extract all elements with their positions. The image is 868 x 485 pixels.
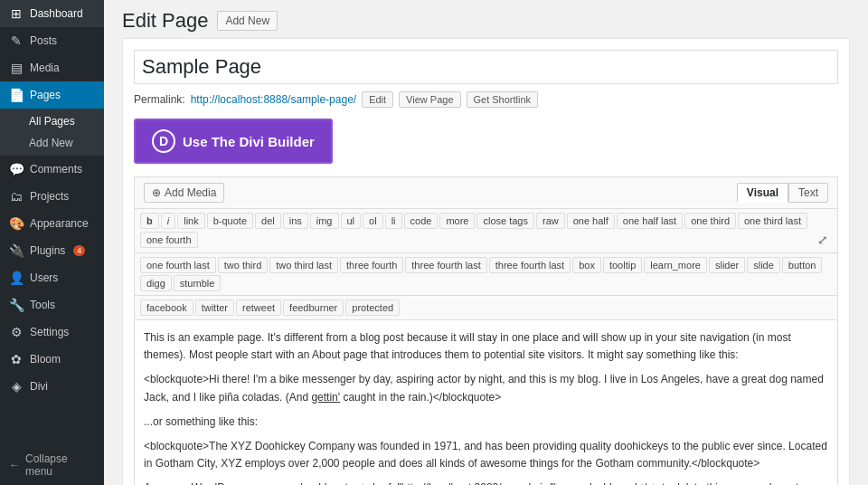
fmt-ins[interactable]: ins [283, 213, 308, 229]
sidebar-item-projects[interactable]: 🗂 Projects [0, 183, 104, 210]
divi-builder-label: Use The Divi Builder [183, 134, 315, 149]
sidebar-item-pages[interactable]: 📄 Pages [0, 81, 104, 109]
fmt-del[interactable]: del [255, 213, 281, 229]
sidebar-item-label: Pages [30, 89, 61, 101]
permalink-url[interactable]: http://localhost:8888/sample-page/ [191, 93, 356, 106]
dashboard-icon: ⊞ [9, 6, 24, 21]
comments-icon: 💬 [9, 162, 24, 176]
fmt-feedburner[interactable]: feedburner [283, 300, 344, 316]
projects-icon: 🗂 [9, 189, 24, 204]
view-page-button[interactable]: View Page [399, 91, 460, 108]
sidebar-item-label: Projects [30, 190, 69, 203]
users-icon: 👤 [9, 271, 24, 285]
sidebar-item-posts[interactable]: ✎ Posts [0, 27, 104, 54]
permalink-bar: Permalink: http://localhost:8888/sample-… [134, 91, 838, 108]
fmt-raw[interactable]: raw [536, 213, 565, 229]
fmt-ol[interactable]: ol [363, 213, 383, 229]
fmt-ul[interactable]: ul [341, 213, 362, 229]
sidebar-item-dashboard[interactable]: ⊞ Dashboard [0, 0, 104, 27]
permalink-label: Permalink: [134, 93, 185, 106]
plugins-badge: 4 [73, 245, 85, 256]
sidebar-item-comments[interactable]: 💬 Comments [0, 156, 104, 183]
fmt-li[interactable]: li [385, 213, 402, 229]
fmt-twitter[interactable]: twitter [195, 300, 234, 316]
fmt-two-third[interactable]: two third [218, 257, 269, 273]
get-shortlink-button[interactable]: Get Shortlink [467, 91, 539, 108]
fmt-link[interactable]: link [177, 213, 205, 229]
editor-content[interactable]: This is an example page. It's different … [135, 320, 837, 485]
edit-page-container: Permalink: http://localhost:8888/sample-… [122, 38, 850, 485]
fmt-one-third[interactable]: one third [684, 213, 736, 229]
collapse-menu-button[interactable]: ← Collapse menu [0, 445, 104, 485]
appearance-icon: 🎨 [9, 216, 24, 231]
sidebar-sub-add-new[interactable]: Add New [0, 132, 104, 154]
fmt-three-fourth-last[interactable]: three fourth last [405, 257, 486, 273]
tab-visual[interactable]: Visual [737, 183, 788, 203]
plugins-icon: 🔌 [9, 243, 24, 258]
fmt-slide[interactable]: slide [747, 257, 780, 273]
sidebar-item-appearance[interactable]: 🎨 Appearance [0, 210, 104, 237]
page-header: Edit Page Add New [104, 0, 868, 38]
fmt-two-third-last[interactable]: two third last [269, 257, 338, 273]
sidebar-item-label: Posts [30, 34, 57, 47]
sidebar-sub-all-pages[interactable]: All Pages [0, 110, 104, 132]
format-buttons-row2: one fourth last two third two third last… [135, 253, 837, 296]
fmt-bold[interactable]: b [140, 213, 159, 229]
bloom-icon: ✿ [9, 352, 24, 366]
sidebar-item-bloom[interactable]: ✿ Bloom [0, 346, 104, 373]
fmt-stumble[interactable]: stumble [174, 275, 222, 291]
fmt-tooltip[interactable]: tooltip [603, 257, 642, 273]
fmt-one-half-last[interactable]: one half last [617, 213, 683, 229]
pages-submenu: All Pages Add New [0, 109, 104, 156]
add-new-button[interactable]: Add New [217, 11, 278, 31]
fmt-one-fourth[interactable]: one fourth [140, 232, 198, 248]
sidebar-item-tools[interactable]: 🔧 Tools [0, 291, 104, 319]
fmt-italic[interactable]: i [161, 213, 175, 229]
fmt-protected[interactable]: protected [345, 300, 400, 316]
sidebar-item-plugins[interactable]: 🔌 Plugins 4 [0, 237, 104, 264]
fmt-digg[interactable]: digg [140, 275, 172, 291]
fmt-one-half[interactable]: one half [567, 213, 615, 229]
page-title-input[interactable] [134, 50, 838, 84]
divi-builder-button[interactable]: D Use The Divi Builder [134, 119, 333, 164]
edit-permalink-button[interactable]: Edit [362, 91, 393, 108]
sidebar-item-divi[interactable]: ◈ Divi [0, 373, 104, 400]
media-icon: ▤ [9, 61, 24, 75]
sidebar-item-label: Bloom [30, 353, 61, 366]
fmt-one-fourth-last[interactable]: one fourth last [140, 257, 216, 273]
format-buttons-row1: b i link b-quote del ins img ul ol li co… [135, 209, 837, 253]
sidebar: ⊞ Dashboard ✎ Posts ▤ Media 📄 Pages All … [0, 0, 104, 485]
settings-icon: ⚙ [9, 325, 24, 339]
fmt-learn-more[interactable]: learn_more [644, 257, 707, 273]
fmt-slider[interactable]: slider [709, 257, 745, 273]
fmt-button[interactable]: button [782, 257, 823, 273]
sidebar-item-label: Media [30, 62, 60, 74]
fmt-box[interactable]: box [572, 257, 601, 273]
sidebar-item-label: Settings [30, 326, 69, 338]
fmt-retweet[interactable]: retweet [236, 300, 281, 316]
fmt-three-fourth-last2[interactable]: three fourth last [489, 257, 571, 273]
fmt-img[interactable]: img [310, 213, 339, 229]
sidebar-item-label: Plugins [30, 244, 65, 257]
fmt-three-fourth[interactable]: three fourth [340, 257, 403, 273]
fmt-close-tags[interactable]: close tags [476, 213, 534, 229]
fmt-code[interactable]: code [404, 213, 439, 229]
sidebar-item-label: Divi [30, 380, 48, 393]
fmt-facebook[interactable]: facebook [140, 300, 193, 316]
fmt-bquote[interactable]: b-quote [207, 213, 253, 229]
sidebar-item-users[interactable]: 👤 Users [0, 264, 104, 291]
sidebar-item-label: Dashboard [30, 7, 83, 20]
editor-area: ⊕ Add Media Visual Text b i link b-quote… [134, 176, 838, 485]
fmt-one-third-last[interactable]: one third last [738, 213, 807, 229]
editor-view-tabs: Visual Text [737, 183, 828, 203]
sidebar-item-label: Users [30, 271, 58, 284]
add-media-icon: ⊕ [152, 186, 161, 199]
format-buttons-row3: facebook twitter retweet feedburner prot… [135, 296, 837, 320]
fmt-more[interactable]: more [439, 213, 475, 229]
tab-text[interactable]: Text [788, 183, 828, 203]
divi-icon: ◈ [9, 379, 24, 394]
expand-icon[interactable]: ⤢ [814, 231, 832, 249]
add-media-button[interactable]: ⊕ Add Media [144, 183, 224, 203]
sidebar-item-settings[interactable]: ⚙ Settings [0, 319, 104, 346]
sidebar-item-media[interactable]: ▤ Media [0, 54, 104, 81]
